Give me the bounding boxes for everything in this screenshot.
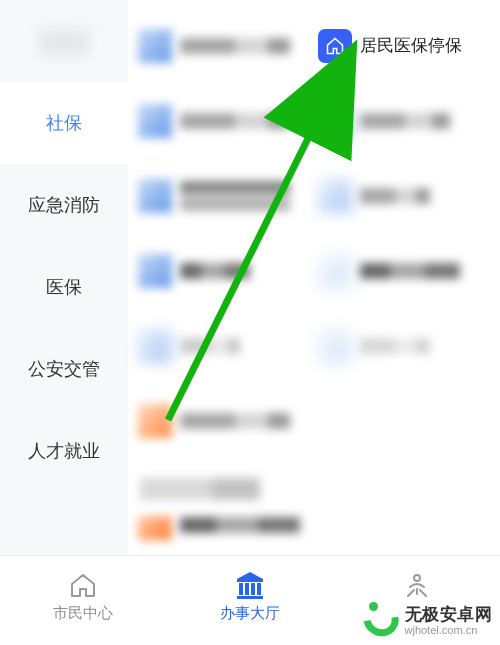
grid-item-highlight[interactable]: 居民医保停保 bbox=[316, 8, 496, 83]
blurred-text bbox=[180, 181, 290, 211]
service-grid: 居民医保停保 bbox=[136, 8, 496, 458]
sidebar-item-label: 公安交管 bbox=[28, 357, 100, 381]
blurred-text bbox=[180, 338, 240, 354]
main-layout: ▒▒▒ 社保 应急消防 医保 公安交管 人才就业 bbox=[0, 0, 500, 555]
sidebar-item-label: 医保 bbox=[46, 275, 82, 299]
house-icon bbox=[318, 29, 352, 63]
blurred-icon bbox=[318, 179, 352, 213]
grid-item[interactable] bbox=[316, 308, 496, 383]
svg-point-7 bbox=[414, 575, 420, 581]
sidebar-item-talent-employment[interactable]: 人才就业 bbox=[0, 410, 128, 492]
highlight-label: 居民医保停保 bbox=[360, 34, 462, 57]
blurred-icon bbox=[138, 329, 172, 363]
svg-rect-4 bbox=[251, 583, 255, 595]
blurred-icon bbox=[318, 329, 352, 363]
person-icon bbox=[400, 570, 434, 600]
grid-item[interactable] bbox=[136, 158, 316, 233]
tab-label: 市民中心 bbox=[53, 604, 113, 623]
watermark-logo bbox=[363, 601, 399, 637]
svg-rect-5 bbox=[257, 583, 261, 595]
blurred-text bbox=[180, 38, 290, 54]
section-title-blurred bbox=[140, 478, 260, 500]
blurred-icon bbox=[138, 404, 172, 438]
blurred-icon bbox=[138, 179, 172, 213]
blurred-icon bbox=[318, 254, 352, 288]
grid-item[interactable] bbox=[136, 8, 316, 83]
blurred-text bbox=[360, 113, 450, 129]
category-sidebar: ▒▒▒ 社保 应急消防 医保 公安交管 人才就业 bbox=[0, 0, 128, 555]
sidebar-item-label: 人才就业 bbox=[28, 439, 100, 463]
tab-citizen-center[interactable]: 市民中心 bbox=[0, 564, 167, 645]
grid-item[interactable] bbox=[316, 158, 496, 233]
sidebar-item-0[interactable]: ▒▒▒ bbox=[0, 0, 128, 82]
grid-item[interactable] bbox=[136, 233, 316, 308]
blurred-icon bbox=[318, 104, 352, 138]
watermark-url: wjhotel.com.cn bbox=[405, 624, 493, 636]
blurred-text bbox=[360, 338, 430, 354]
blurred-text bbox=[180, 113, 290, 129]
grid-item bbox=[316, 383, 496, 458]
home-icon bbox=[66, 570, 100, 600]
sidebar-item-label: 应急消防 bbox=[28, 193, 100, 217]
grid-item[interactable] bbox=[316, 233, 496, 308]
watermark-title: 无极安卓网 bbox=[405, 603, 493, 626]
tab-label: 办事大厅 bbox=[220, 604, 280, 623]
grid-item[interactable] bbox=[136, 308, 316, 383]
blurred-text bbox=[180, 517, 300, 533]
blurred-icon bbox=[138, 29, 172, 63]
sidebar-item-emergency-fire[interactable]: 应急消防 bbox=[0, 164, 128, 246]
gov-building-icon bbox=[233, 570, 267, 600]
sidebar-item-label: 社保 bbox=[46, 111, 82, 135]
svg-rect-2 bbox=[239, 583, 243, 595]
blurred-icon bbox=[138, 104, 172, 138]
sidebar-item-police-traffic[interactable]: 公安交管 bbox=[0, 328, 128, 410]
blurred-icon bbox=[138, 254, 172, 288]
grid-item[interactable] bbox=[136, 510, 316, 540]
svg-rect-3 bbox=[245, 583, 249, 595]
grid-item[interactable] bbox=[136, 83, 316, 158]
watermark: 无极安卓网 wjhotel.com.cn bbox=[363, 601, 493, 637]
svg-rect-6 bbox=[237, 596, 263, 599]
blurred-icon bbox=[138, 516, 172, 540]
service-content: 居民医保停保 bbox=[128, 0, 500, 555]
grid-item[interactable] bbox=[136, 383, 316, 458]
blurred-text bbox=[360, 263, 460, 279]
grid-item[interactable] bbox=[316, 83, 496, 158]
sidebar-item-social-insurance[interactable]: 社保 bbox=[0, 82, 128, 164]
sidebar-item-medical-insurance[interactable]: 医保 bbox=[0, 246, 128, 328]
blurred-text bbox=[180, 413, 290, 429]
tab-service-hall[interactable]: 办事大厅 bbox=[167, 564, 334, 645]
service-grid-2 bbox=[136, 510, 496, 540]
blurred-text bbox=[360, 188, 430, 204]
blurred-label: ▒▒▒ bbox=[38, 27, 89, 55]
blurred-text bbox=[180, 263, 250, 279]
